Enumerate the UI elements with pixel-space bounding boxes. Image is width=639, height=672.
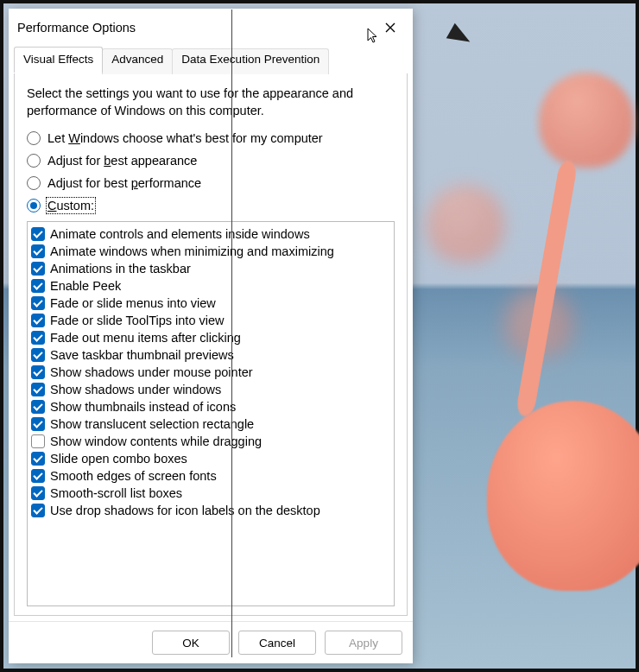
effect-checkbox[interactable] bbox=[31, 417, 45, 431]
effect-row[interactable]: Fade or slide ToolTips into view bbox=[29, 312, 392, 329]
effect-checkbox[interactable] bbox=[31, 279, 45, 293]
effect-checkbox[interactable] bbox=[31, 296, 45, 310]
effect-label: Slide open combo boxes bbox=[50, 450, 187, 467]
effect-checkbox[interactable] bbox=[31, 348, 45, 362]
effect-label: Save taskbar thumbnail previews bbox=[50, 346, 234, 364]
dialog-button-bar: OK Cancel Apply bbox=[9, 621, 413, 663]
visual-effects-panel: Select the settings you want to use for … bbox=[14, 73, 408, 616]
effect-row[interactable]: Animate windows when minimizing and maxi… bbox=[29, 243, 392, 260]
effect-label: Animate windows when minimizing and maxi… bbox=[50, 243, 334, 260]
tab-data-execution-prevention[interactable]: Data Execution Prevention bbox=[172, 48, 329, 74]
window-title: Performance Options bbox=[17, 21, 371, 35]
effect-label: Use drop shadows for icon labels on the … bbox=[50, 502, 320, 519]
effect-label: Fade or slide ToolTips into view bbox=[50, 312, 225, 329]
titlebar[interactable]: Performance Options bbox=[9, 9, 413, 47]
tab-advanced[interactable]: Advanced bbox=[102, 48, 173, 74]
cancel-button[interactable]: Cancel bbox=[238, 631, 316, 655]
effect-label: Enable Peek bbox=[50, 277, 121, 295]
radio-label: Adjust for best appearance bbox=[47, 154, 197, 168]
effect-label: Show translucent selection rectangle bbox=[50, 415, 254, 433]
effect-label: Fade or slide menus into view bbox=[50, 295, 216, 312]
close-icon bbox=[385, 22, 395, 33]
effect-checkbox[interactable] bbox=[31, 262, 45, 276]
effect-row[interactable]: Enable Peek bbox=[29, 277, 392, 295]
radio-opt-best-perf[interactable]: Adjust for best performance bbox=[27, 176, 395, 190]
preset-radio-group: Let Windows choose what's best for my co… bbox=[27, 131, 395, 212]
tab-strip: Visual EffectsAdvancedData Execution Pre… bbox=[9, 47, 413, 73]
effect-checkbox[interactable] bbox=[31, 434, 45, 448]
effect-label: Animations in the taskbar bbox=[50, 260, 191, 277]
radio-input-opt-custom[interactable] bbox=[27, 199, 41, 212]
effect-checkbox[interactable] bbox=[31, 400, 45, 414]
effect-checkbox[interactable] bbox=[31, 314, 45, 327]
intro-text: Select the settings you want to use for … bbox=[27, 86, 389, 119]
effect-row[interactable]: Use drop shadows for icon labels on the … bbox=[29, 502, 392, 519]
effect-row[interactable]: Fade or slide menus into view bbox=[29, 295, 392, 312]
radio-input-opt-best-perf[interactable] bbox=[27, 176, 41, 190]
flamingo-decor bbox=[516, 159, 579, 417]
vertical-line-artifact bbox=[231, 10, 232, 657]
radio-opt-let[interactable]: Let Windows choose what's best for my co… bbox=[27, 131, 395, 145]
effects-listbox[interactable]: Animate controls and elements inside win… bbox=[27, 221, 395, 606]
effect-row[interactable]: Smooth-scroll list boxes bbox=[29, 485, 392, 502]
effect-label: Show shadows under windows bbox=[50, 381, 221, 398]
effect-label: Show window contents while dragging bbox=[50, 433, 262, 450]
effect-row[interactable]: Animations in the taskbar bbox=[29, 260, 392, 277]
effect-checkbox[interactable] bbox=[31, 365, 45, 379]
tab-visual-effects[interactable]: Visual Effects bbox=[14, 47, 103, 73]
effect-checkbox[interactable] bbox=[31, 486, 45, 500]
effect-row[interactable]: Show translucent selection rectangle bbox=[29, 415, 392, 433]
effect-checkbox[interactable] bbox=[31, 331, 45, 345]
effect-checkbox[interactable] bbox=[31, 383, 45, 396]
flamingo-decor bbox=[446, 23, 475, 49]
effect-label: Show shadows under mouse pointer bbox=[50, 364, 253, 381]
effect-row[interactable]: Save taskbar thumbnail previews bbox=[29, 346, 392, 364]
ok-button[interactable]: OK bbox=[152, 631, 230, 655]
radio-input-opt-let[interactable] bbox=[27, 131, 41, 145]
radio-input-opt-best-app[interactable] bbox=[27, 154, 41, 168]
effect-label: Animate controls and elements inside win… bbox=[50, 225, 310, 243]
effect-label: Smooth edges of screen fonts bbox=[50, 467, 217, 485]
flamingo-decor bbox=[487, 401, 639, 591]
effect-row[interactable]: Show shadows under mouse pointer bbox=[29, 364, 392, 381]
apply-button[interactable]: Apply bbox=[325, 631, 402, 655]
radio-opt-custom[interactable]: Custom: bbox=[27, 199, 395, 212]
effect-row[interactable]: Animate controls and elements inside win… bbox=[29, 225, 392, 243]
effect-row[interactable]: Show shadows under windows bbox=[29, 381, 392, 398]
flamingo-decor bbox=[427, 185, 504, 263]
close-button[interactable] bbox=[371, 15, 409, 41]
effect-row[interactable]: Show window contents while dragging bbox=[29, 433, 392, 450]
effect-label: Show thumbnails instead of icons bbox=[50, 398, 236, 415]
effect-checkbox[interactable] bbox=[31, 227, 45, 241]
effect-checkbox[interactable] bbox=[31, 244, 45, 258]
effect-row[interactable]: Fade out menu items after clicking bbox=[29, 329, 392, 346]
effect-label: Smooth-scroll list boxes bbox=[50, 485, 182, 502]
radio-label: Let Windows choose what's best for my co… bbox=[47, 131, 323, 145]
radio-label: Custom: bbox=[47, 199, 94, 212]
radio-opt-best-app[interactable]: Adjust for best appearance bbox=[27, 154, 395, 168]
effect-checkbox[interactable] bbox=[31, 504, 45, 517]
effect-row[interactable]: Slide open combo boxes bbox=[29, 450, 392, 467]
effect-label: Fade out menu items after clicking bbox=[50, 329, 241, 346]
effect-row[interactable]: Smooth edges of screen fonts bbox=[29, 467, 392, 485]
effect-checkbox[interactable] bbox=[31, 452, 45, 466]
screen: Performance Options Visual EffectsAdvanc… bbox=[0, 0, 639, 672]
radio-label: Adjust for best performance bbox=[47, 176, 201, 190]
effect-row[interactable]: Show thumbnails instead of icons bbox=[29, 398, 392, 415]
performance-options-dialog: Performance Options Visual EffectsAdvanc… bbox=[9, 9, 413, 663]
flamingo-decor bbox=[539, 73, 634, 168]
effect-checkbox[interactable] bbox=[31, 469, 45, 483]
